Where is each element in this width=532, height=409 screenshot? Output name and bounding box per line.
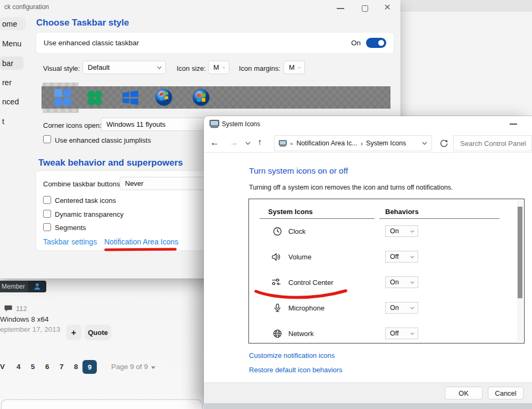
sidebar-item-about[interactable]: t — [0, 114, 4, 128]
forward-icon[interactable]: → — [229, 137, 238, 148]
clock-behavior-select[interactable]: On — [385, 225, 418, 237]
header-rule — [379, 218, 500, 219]
cancel-button[interactable]: Cancel — [488, 387, 523, 399]
header-rule — [260, 218, 375, 219]
sidebar-item-start-menu[interactable]: Menu — [0, 37, 21, 50]
icon-size-label: Icon size: — [177, 64, 206, 72]
network-icon — [272, 329, 282, 339]
jumplists-checkbox[interactable] — [43, 135, 51, 143]
vista-orb-icon[interactable] — [192, 88, 210, 107]
microphone-behavior-select[interactable]: On — [385, 302, 418, 314]
combine-buttons-label: Combine taskbar buttons: — [43, 180, 122, 188]
table-row-label: Microphone — [288, 304, 325, 312]
sidebar-item-advanced[interactable]: nced — [0, 95, 19, 108]
control-center-behavior-value: On — [390, 279, 399, 286]
chevron-down-icon — [410, 281, 414, 284]
close-icon[interactable]: × — [384, 1, 390, 13]
section-heading-taskbar-style: Choose Taskbar style — [36, 18, 129, 28]
breadcrumb[interactable]: « Notification Area Ic... › System Icons — [274, 135, 432, 151]
pagination-page-4[interactable]: 4 — [16, 363, 21, 371]
pagination-page-6[interactable]: 6 — [45, 363, 49, 371]
dynamic-transparency-checkbox[interactable] — [43, 210, 51, 218]
breadcrumb-current[interactable]: System Icons — [366, 140, 406, 147]
corner-icons-label: Corner icons open: — [43, 121, 102, 129]
pagination-page-5[interactable]: 5 — [31, 363, 35, 371]
member-badge: Member — [0, 281, 28, 292]
volume-behavior-value: Off — [390, 253, 398, 260]
breadcrumb-parent[interactable]: Notification Area Ic... — [296, 140, 358, 147]
volume-behavior-select[interactable]: Off — [385, 251, 418, 263]
table-row-label: Control Center — [288, 279, 334, 287]
segments-label: Segments — [55, 224, 86, 232]
network-behavior-select[interactable]: Off — [385, 328, 418, 339]
network-behavior-value: Off — [390, 330, 398, 337]
combine-buttons-value: Never — [125, 179, 144, 187]
sidebar-item-taskbar[interactable]: bar — [0, 56, 23, 70]
minimize-icon[interactable] — [510, 124, 517, 125]
microphone-icon — [272, 303, 282, 313]
minimize-icon[interactable] — [337, 8, 344, 9]
control-center-behavior-select[interactable]: On — [385, 276, 418, 288]
visual-style-value: Default — [88, 63, 110, 71]
table-row-label: Volume — [288, 253, 311, 261]
icon-margins-label: Icon margins: — [239, 64, 280, 72]
avatar[interactable] — [28, 281, 46, 292]
clock-behavior-value: On — [390, 227, 399, 235]
table-scrollbar[interactable] — [517, 200, 523, 342]
page-selector-label: Page 9 of 9 — [111, 363, 148, 371]
red-annotation-underline — [104, 248, 177, 251]
post-os-info: Windows 8 x64 — [0, 315, 49, 323]
centered-icons-checkbox[interactable] — [43, 196, 51, 204]
taskbar-settings-link[interactable]: Taskbar settings — [43, 238, 97, 246]
clover-start-icon[interactable] — [86, 89, 103, 107]
chevron-down-icon — [410, 256, 414, 258]
pagination-current-page[interactable]: 9 — [82, 360, 97, 374]
chevron-down-icon — [222, 66, 225, 69]
segments-checkbox[interactable] — [43, 223, 51, 231]
icon-margins-select[interactable]: M — [284, 61, 305, 74]
icon-margins-value: M — [289, 63, 295, 71]
search-input[interactable] — [454, 136, 531, 151]
comment-count-row: 112 — [4, 305, 27, 313]
breadcrumb-separator-icon: › — [361, 140, 363, 148]
pagination-prev[interactable]: V — [0, 363, 5, 371]
next-post-card — [1, 399, 203, 409]
maximize-icon[interactable] — [362, 5, 368, 12]
recent-pages-chevron-icon[interactable] — [245, 142, 251, 145]
toggle-knob — [378, 40, 384, 46]
pagination-page-8[interactable]: 8 — [74, 363, 78, 371]
win11-start-icon[interactable] — [54, 88, 72, 107]
chevron-down-icon — [410, 332, 414, 335]
icon-size-select[interactable]: M — [208, 61, 229, 74]
dialog-footer — [204, 382, 532, 403]
pagination-page-7[interactable]: 7 — [60, 363, 64, 371]
plus-button[interactable]: + — [66, 325, 81, 340]
ok-button[interactable]: OK — [445, 387, 483, 399]
refresh-icon[interactable] — [439, 139, 448, 148]
win7-orb-icon[interactable] — [155, 88, 173, 107]
taskbar-edge-strip — [204, 403, 532, 409]
visual-style-select[interactable]: Default — [82, 61, 166, 74]
sidebar-item-explorer[interactable]: rer — [0, 76, 12, 89]
dynamic-transparency-label: Dynamic transparency — [55, 210, 123, 218]
win8-start-icon[interactable] — [122, 91, 138, 105]
enhanced-taskbar-toggle[interactable] — [366, 38, 386, 48]
customize-notification-icons-link[interactable]: Customize notification icons — [249, 351, 335, 359]
system-icons-window-title: System Icons — [222, 120, 260, 128]
chevron-down-icon — [298, 66, 301, 69]
table-row-label: Clock — [288, 227, 306, 235]
restore-default-behaviors-link[interactable]: Restore default icon behaviors — [249, 366, 343, 374]
page-selector[interactable]: Page 9 of 9 — [111, 363, 155, 371]
notification-area-icons-link[interactable]: Notification Area Icons — [104, 238, 178, 246]
quote-button[interactable]: Quote — [85, 325, 111, 340]
scrollbar-thumb[interactable] — [518, 207, 522, 298]
sidebar-item-welcome[interactable]: ome — [0, 17, 26, 30]
address-dropdown-chevron-icon[interactable] — [422, 142, 427, 145]
background-area — [401, 12, 532, 116]
toggle-state-label: On — [351, 39, 361, 47]
up-icon[interactable]: ↑ — [257, 137, 262, 147]
red-annotation-scribble — [253, 288, 349, 301]
breadcrumb-overflow-icon[interactable]: « — [290, 140, 293, 146]
chevron-down-icon — [410, 230, 414, 233]
back-icon[interactable]: ← — [210, 137, 219, 148]
